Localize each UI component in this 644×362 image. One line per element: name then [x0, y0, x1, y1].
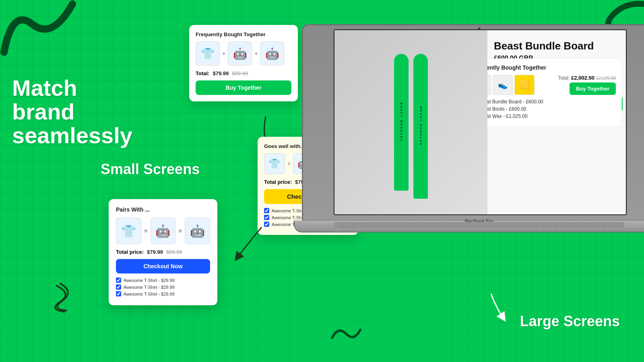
pairs-product-2: 🤖 — [151, 218, 176, 244]
fbt-top-total-row: Total: $79.99 $89.99 — [196, 70, 291, 76]
laptop-bezel: BEAST BUNDLES BEAST BUNDLES Beast Bundle… — [334, 29, 627, 215]
fbt-panel-top-row: 🎿 👟 🟨 Total: £2,002.50 £2,225.00 — [487, 75, 616, 95]
fbt-total-current: £2,002.50 — [571, 75, 594, 81]
fbt-check-label-2: Beast Boots - £600.00 — [487, 106, 526, 112]
pairs-checklist: Awesome T-Shirt - $29.99 Awesome T-Shirt… — [116, 278, 210, 296]
pairs-checkbox-3[interactable] — [116, 291, 121, 296]
fbt-panel-images: 🎿 👟 🟨 — [487, 75, 535, 95]
main-headline: Match brand seamlessly — [12, 76, 133, 147]
pairs-images: 👕 + 🤖 + 🤖 — [116, 218, 210, 244]
laptop-lid: BEAST BUNDLES BEAST BUNDLES Beast Bundle… — [302, 24, 644, 221]
pairs-price-original: $89.99 — [166, 249, 182, 255]
fbt-top-images: 👕 + 🤖 + 🤖 — [196, 41, 291, 66]
fbt-panel-total-row: Total: £2,002.50 £2,225.00 — [558, 75, 616, 81]
card-fbt-top: Frequently Bought Together 👕 + 🤖 + 🤖 Tot… — [189, 25, 298, 101]
fbt-top-product-1: 👕 — [196, 41, 220, 66]
fbt-total-label: Total: — [558, 75, 570, 81]
pairs-item-1: Awesome T-Shirt - $29.99 — [116, 278, 210, 283]
fbt-top-product-3: 🤖 — [260, 41, 284, 66]
pairs-item-label-1: Awesome T-Shirt - $29.99 — [124, 278, 175, 283]
fbt-check-item-3: Beast Wax - £1,025.00 — [487, 113, 616, 119]
laptop-keyboard — [334, 222, 624, 228]
pairs-item-label-2: Awesome T-Shirt - $29.99 — [124, 285, 175, 290]
pairs-item-3: Awesome T-Shirt - $29.99 — [116, 291, 210, 296]
goes-well-checkbox-1[interactable] — [264, 208, 269, 213]
pairs-total-label: Total price: — [116, 249, 144, 255]
ski-2: BEAST BUNDLES — [413, 54, 428, 199]
fbt-check-item-1: Beast Bundle Board - £600.00 — [487, 99, 616, 105]
fbt-panel: Frequently Bought Together 🎿 👟 🟨 Total — [487, 58, 622, 127]
fbt-total-original: £2,225.00 — [596, 76, 616, 80]
small-screens-label: Small Screens — [101, 161, 200, 178]
large-screens-label: Large Screens — [520, 313, 620, 330]
fbt-panel-img-1: 🎿 — [487, 75, 491, 95]
pairs-item-label-3: Awesome T-Shirt - $29.99 — [124, 292, 175, 296]
pairs-checkbox-2[interactable] — [116, 284, 121, 290]
screen-right: Beast Bundle Board £600.00 GBP Tax inclu… — [487, 30, 626, 214]
pairs-checkout-button[interactable]: Checkout Now — [116, 259, 210, 274]
product-title: Beast Bundle Board — [494, 40, 619, 52]
fbt-panel-title: Frequently Bought Together — [487, 64, 616, 71]
squiggle-bottom-left — [52, 282, 76, 314]
goes-well-plus-1: + — [287, 160, 291, 167]
fbt-check-label-3: Beast Wax - £1,025.00 — [487, 113, 528, 119]
pairs-product-1: 👕 — [116, 218, 141, 244]
fbt-check-item-2: Beast Boots - £600.00 — [487, 106, 616, 112]
pairs-product-3: 🤖 — [185, 218, 210, 244]
laptop-screen: BEAST BUNDLES BEAST BUNDLES Beast Bundle… — [334, 30, 626, 214]
fbt-panel-buy-button[interactable]: Buy Together — [570, 82, 616, 95]
squiggle-top-left — [0, 0, 89, 56]
fbt-top-plus-2: + — [254, 50, 258, 57]
pairs-item-2: Awesome T-Shirt - $29.99 — [116, 284, 210, 290]
fbt-top-total-label: Total: — [196, 70, 209, 76]
left-text-area: Match brand seamlessly — [12, 76, 133, 147]
pairs-title: Pairs With ... — [116, 206, 210, 213]
pairs-plus-2: + — [178, 227, 182, 235]
fbt-check-label-1: Beast Bundle Board - £600.00 — [487, 99, 543, 105]
pairs-price-current: $79.99 — [147, 249, 163, 255]
fbt-top-product-2: 🤖 — [228, 41, 252, 66]
fbt-top-price-original: $89.99 — [232, 70, 248, 76]
pairs-total-row: Total price: $79.99 $89.99 — [116, 249, 210, 255]
laptop: BEAST BUNDLES BEAST BUNDLES Beast Bundle… — [302, 24, 644, 237]
goes-well-checkbox-2[interactable] — [264, 215, 269, 220]
ski-image-area: BEAST BUNDLES BEAST BUNDLES — [334, 30, 487, 214]
fbt-panel-total-col: Total: £2,002.50 £2,225.00 Buy Together — [558, 75, 616, 95]
fbt-checklist: Beast Bundle Board - £600.00 Beast Boots… — [487, 99, 616, 119]
fbt-top-buy-button[interactable]: Buy Together — [196, 80, 291, 95]
fbt-top-title: Frequently Bought Together — [196, 31, 291, 37]
fbt-top-plus-1: + — [222, 50, 225, 57]
goes-well-total-label: Total price: — [264, 179, 292, 185]
ski-1: BEAST BUNDLES — [394, 54, 409, 191]
fbt-top-price-current: $79.99 — [213, 70, 229, 76]
fbt-panel-img-2: 👟 — [493, 75, 513, 95]
squiggle-bottom-middle — [330, 322, 362, 346]
screen-layout: BEAST BUNDLES BEAST BUNDLES Beast Bundle… — [334, 30, 626, 214]
card-pairs: Pairs With ... 👕 + 🤖 + 🤖 Total price: $7… — [109, 199, 217, 305]
pairs-checkbox-1[interactable] — [116, 278, 121, 283]
pairs-plus-1: + — [144, 227, 148, 235]
goes-well-product-1: 👕 — [264, 153, 285, 174]
goes-well-checkbox-3[interactable] — [264, 222, 269, 227]
fbt-panel-img-3: 🟨 — [514, 75, 535, 95]
ski-visual: BEAST BUNDLES BEAST BUNDLES — [394, 46, 428, 199]
